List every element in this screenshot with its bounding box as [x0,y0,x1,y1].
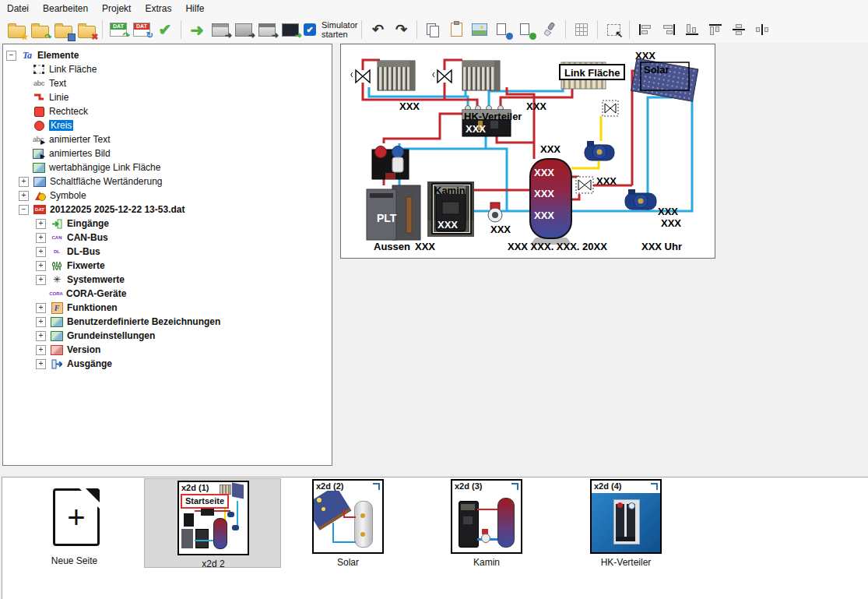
tree-item-eingaenge[interactable]: + Eingänge [3,217,109,231]
page-canvas-panel[interactable]: Link Fläche XXX Solar HK-Verteiler XXX X… [340,44,715,259]
start-simulator-button[interactable]: ➜ [279,19,302,41]
align-bottom-button[interactable] [680,19,704,41]
tree-item-benutzerdefinierte-bezeichnungen[interactable]: + Benutzerdefinierte Bezeichnungen [3,315,220,329]
menu-item-datei[interactable]: Datei [0,1,36,16]
kamin-stove[interactable]: Kamin XXX [427,181,474,237]
outside-value[interactable]: XXX [415,241,435,252]
fan-heater-1[interactable] [378,61,415,90]
collapse-icon[interactable]: − [6,51,16,61]
expand-icon[interactable]: + [36,303,46,313]
valve-icon[interactable] [351,70,370,83]
save-project-button[interactable] [51,19,75,41]
tree-item-linie[interactable]: Linie [3,90,69,104]
tree-item-fixwerte[interactable]: + Fixwerte [3,259,105,273]
valve-icon[interactable] [433,70,452,83]
tank-label-2[interactable]: XXX [534,188,554,199]
buffer-tank[interactable]: XXX XXX XXX [530,159,572,245]
fan-heater-2[interactable] [462,61,500,90]
redo-button[interactable]: ↷ [389,19,413,41]
expand-icon[interactable]: + [36,345,46,355]
new-project-button[interactable]: ★ [5,19,28,41]
tree-item-dl-bus[interactable]: + DL DL-Bus [3,245,100,259]
open-project-button[interactable]: ↷ [28,19,51,41]
plt-boiler[interactable]: PLT [367,185,420,240]
tree-item-funktionen[interactable]: + F Funktionen [3,301,118,315]
menu-item-extras[interactable]: Extras [138,1,178,16]
expand-icon[interactable]: + [36,317,46,327]
sketch-valve-icon[interactable] [576,177,593,193]
pump-group[interactable] [372,146,409,180]
validate-button[interactable]: ✔ [153,19,177,41]
sketch-valve-icon[interactable] [603,100,618,116]
insert-image-button[interactable] [468,19,491,41]
expand-icon[interactable]: + [36,219,46,229]
fan1-label[interactable]: XXX [399,100,420,112]
collapse-icon[interactable]: − [19,205,29,215]
tree-item-text[interactable]: abc Text [3,76,66,90]
tank-valve-label[interactable]: XXX [596,175,617,187]
solar-collector[interactable]: Solar [631,58,698,101]
link-area-label[interactable]: Link Fläche [564,67,620,79]
tree-item-elemente[interactable]: − Ta Elemente [3,48,79,62]
pump-right[interactable] [625,189,656,210]
simulator-checkbox[interactable]: ✔ [302,19,318,41]
page-thumb-kamin[interactable]: x2d (3) [451,479,522,554]
tree-item-dat-file[interactable]: − DAT 20122025 2025-12-22 13-53.dat [3,203,184,217]
undo-button[interactable]: ↶ [366,19,389,41]
pump-small[interactable] [488,203,502,222]
grid-button[interactable] [570,19,593,41]
reload-dat-button[interactable]: DAT↻ [130,19,153,41]
pump-top-right[interactable] [585,141,614,160]
copy-edit-button[interactable] [515,19,538,41]
tree-item-animierter-text[interactable]: abc▶ animierter Text [3,132,110,146]
expand-icon[interactable]: + [36,233,46,243]
center-vertical-button[interactable] [727,19,750,41]
export-folder-button[interactable]: ➜ [232,19,255,41]
kamin-title[interactable]: Kamin [434,185,466,196]
export-pages-button[interactable]: ➜ [255,19,279,41]
fan2-label[interactable]: XXX [526,100,546,112]
pump-small-label[interactable]: XXX [490,224,511,235]
format-brush-button[interactable] [538,19,561,41]
new-page-button[interactable]: + [53,488,100,546]
expand-icon[interactable]: + [36,275,46,285]
tree-item-cora-geraete[interactable]: CORA CORA-Geräte [3,287,126,301]
page-thumb-x2d2[interactable]: x2d (1) Startseite [177,481,249,555]
date-label[interactable]: XXX XXX. XXX. 20XX [508,241,607,252]
expand-icon[interactable]: + [36,261,46,271]
solar-label[interactable]: Solar [644,64,669,76]
menu-item-projekt[interactable]: Projekt [95,1,138,16]
paste-button[interactable] [445,19,468,41]
manifold-out-label[interactable]: XXX [540,143,561,155]
plt-label[interactable]: PLT [377,212,397,224]
tree-item-kreis[interactable]: Kreis [3,118,73,132]
tree-item-grundeinstellungen[interactable]: + Grundeinstellungen [3,329,155,343]
close-project-button[interactable]: ✖ [75,19,98,41]
tree-item-can-bus[interactable]: + CAN CAN-Bus [3,231,108,245]
expand-icon[interactable]: + [36,247,46,257]
pump-right-label-2[interactable]: XXX [661,217,681,229]
expand-icon[interactable]: + [19,191,29,201]
align-right-button[interactable] [657,19,680,41]
tank-label-3[interactable]: XXX [534,210,554,221]
tree-item-version[interactable]: + Version [3,343,100,357]
tree-item-link-flaeche[interactable]: Link Fläche [3,62,97,76]
manifold-value[interactable]: XXX [466,123,486,135]
expand-icon[interactable]: + [36,331,46,341]
select-mode-button[interactable]: ↖ [602,19,625,41]
link-area-object[interactable]: Link Fläche [560,65,624,79]
tree-item-systemwerte[interactable]: + ✳ Systemwerte [3,273,125,287]
tree-item-ausgaenge[interactable]: + Ausgänge [3,357,112,371]
menu-item-hilfe[interactable]: Hilfe [178,1,211,16]
tree-item-schaltflaeche-wertaenderung[interactable]: + Schaltfläche Wertänderung [3,174,163,189]
copy-button[interactable] [421,19,445,41]
tree-item-animiertes-bild[interactable]: ▶ animiertes Bild [3,146,111,160]
tank-label-1[interactable]: XXX [534,167,554,178]
time-label[interactable]: XXX Uhr [641,241,682,252]
tree-item-wertabhaengige-link-flaeche[interactable]: wertabhängige Link Fläche [3,160,160,174]
copy-save-button[interactable] [491,19,515,41]
align-left-button[interactable] [634,19,657,41]
outside-label[interactable]: Aussen [374,241,410,252]
tree-item-rechteck[interactable]: Rechteck [3,104,88,118]
manifold[interactable]: HK-Verteiler XXX [462,106,522,137]
